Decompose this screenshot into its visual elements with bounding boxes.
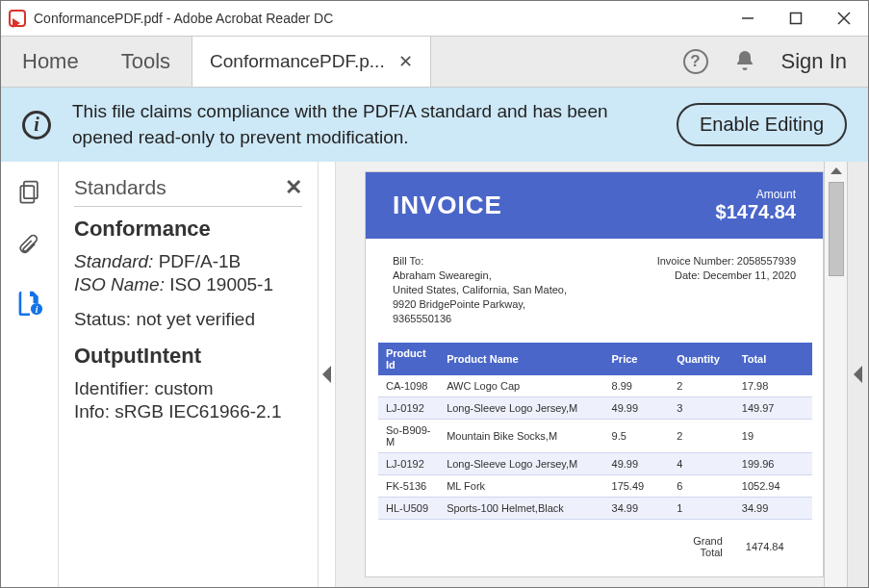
table-cell: 19	[734, 420, 812, 453]
conformance-heading: Conformance	[74, 217, 302, 242]
invoice-date: Date: December 11, 2020	[657, 269, 796, 281]
svg-rect-4	[23, 182, 37, 199]
panel-close-icon[interactable]: ✕	[285, 175, 302, 200]
minimize-button[interactable]	[724, 1, 772, 36]
amount-label: Amount	[716, 188, 796, 201]
panel-collapse-handle[interactable]	[319, 162, 336, 587]
close-button[interactable]	[820, 1, 868, 36]
col-product-id: Product Id	[378, 343, 439, 375]
nav-home[interactable]: Home	[1, 37, 100, 87]
scroll-up-icon[interactable]	[831, 167, 842, 174]
amount-value: $1474.84	[716, 201, 796, 223]
chevron-left-icon	[854, 366, 862, 383]
standards-icon[interactable]: i	[16, 289, 43, 319]
bill-addr2: 9920 BridgePointe Parkway,	[393, 298, 567, 310]
scroll-thumb[interactable]	[829, 182, 844, 276]
vertical-scrollbar[interactable]	[824, 162, 847, 587]
table-cell: Long-Sleeve Logo Jersey,M	[439, 453, 603, 475]
outputintent-heading: OutputIntent	[74, 344, 302, 369]
nav-tools[interactable]: Tools	[100, 37, 192, 87]
standard-row: Standard: PDF/A-1B	[74, 251, 302, 272]
svg-rect-5	[20, 186, 34, 203]
invoice-meta: Bill To: Abraham Swearegin, United State…	[366, 239, 823, 335]
invoice-number: Invoice Number: 2058557939	[657, 255, 796, 267]
table-cell: Mountain Bike Socks,M	[439, 420, 603, 453]
table-cell: Sports-100 Helmet,Black	[439, 498, 603, 520]
col-price: Price	[604, 343, 670, 375]
table-cell: 9.5	[604, 420, 670, 453]
table-cell: FK-5136	[378, 475, 439, 498]
table-cell: 1	[669, 498, 734, 520]
col-product-name: Product Name	[439, 343, 603, 375]
titlebar: ConformancePDF.pdf - Adobe Acrobat Reade…	[1, 1, 868, 36]
table-cell: 3	[669, 397, 734, 420]
attachments-icon[interactable]	[16, 234, 43, 264]
acrobat-icon	[9, 10, 26, 27]
tab-close-icon[interactable]: ✕	[398, 51, 413, 72]
panel-title: Standards	[74, 176, 166, 199]
table-row: So-B909-MMountain Bike Socks,M9.5219	[378, 420, 812, 453]
table-cell: 8.99	[604, 375, 670, 397]
table-cell: 6	[669, 475, 734, 498]
window-title: ConformancePDF.pdf - Adobe Acrobat Reade…	[34, 11, 333, 26]
table-cell: 49.99	[604, 397, 670, 420]
table-cell: 1052.94	[734, 475, 812, 498]
invoice-header: INVOICE Amount $1474.84	[366, 172, 823, 239]
maximize-button[interactable]	[772, 1, 820, 36]
left-icon-rail: i	[1, 162, 59, 587]
info-icon: i	[22, 111, 51, 140]
tools-pane-handle[interactable]	[847, 162, 868, 587]
table-cell: 2	[669, 420, 734, 453]
bill-phone: 9365550136	[393, 313, 567, 324]
table-cell: 34.99	[734, 498, 812, 520]
grand-total-label: Grand Total	[669, 527, 734, 566]
window-controls	[724, 1, 868, 36]
document-view: INVOICE Amount $1474.84 Bill To: Abraham…	[336, 162, 847, 587]
table-cell: 49.99	[604, 453, 670, 475]
pdf-page[interactable]: INVOICE Amount $1474.84 Bill To: Abraham…	[365, 171, 824, 577]
svg-text:i: i	[35, 304, 38, 315]
divider	[74, 206, 302, 207]
info-row: Info: sRGB IEC61966-2.1	[74, 401, 302, 422]
table-cell: So-B909-M	[378, 420, 439, 453]
bill-to-label: Bill To:	[393, 255, 567, 267]
panel-header: Standards ✕	[74, 175, 302, 200]
table-cell: LJ-0192	[378, 397, 439, 420]
table-cell: CA-1098	[378, 375, 439, 397]
table-cell: AWC Logo Cap	[439, 375, 603, 397]
identifier-row: Identifier: custom	[74, 378, 302, 399]
pdfa-message: This file claims compliance with the PDF…	[72, 99, 611, 150]
table-row: FK-5136ML Fork175.4961052.94	[378, 475, 812, 498]
col-quantity: Quantity	[669, 343, 734, 375]
grand-total-value: 1474.84	[734, 527, 812, 566]
table-row: HL-U509Sports-100 Helmet,Black34.99134.9…	[378, 498, 812, 520]
table-cell: 175.49	[604, 475, 670, 498]
sign-in-link[interactable]: Sign In	[781, 49, 848, 74]
col-total: Total	[734, 343, 812, 375]
enable-editing-button[interactable]: Enable Editing	[677, 103, 847, 146]
standards-panel: Standards ✕ Conformance Standard: PDF/A-…	[59, 162, 319, 587]
bill-addr1: United States, California, San Mateo,	[393, 284, 567, 295]
bill-name: Abraham Swearegin,	[393, 269, 567, 281]
table-cell: 149.97	[734, 397, 812, 420]
table-cell: Long-Sleeve Logo Jersey,M	[439, 397, 603, 420]
pdfa-info-bar: i This file claims compliance with the P…	[1, 88, 868, 162]
table-row: LJ-0192Long-Sleeve Logo Jersey,M49.99314…	[378, 397, 812, 420]
table-cell: ML Fork	[439, 475, 603, 498]
help-icon[interactable]: ?	[683, 49, 708, 74]
table-row: LJ-0192Long-Sleeve Logo Jersey,M49.99419…	[378, 453, 812, 475]
status-text: Status: not yet verified	[74, 309, 302, 330]
table-cell: 17.98	[734, 375, 812, 397]
content-area: i Standards ✕ Conformance Standard: PDF/…	[1, 162, 868, 587]
iso-row: ISO Name: ISO 19005-1	[74, 274, 302, 295]
document-tab-label: ConformancePDF.p...	[210, 51, 385, 72]
invoice-title: INVOICE	[393, 191, 502, 220]
table-cell: 4	[669, 453, 734, 475]
notifications-icon[interactable]	[733, 49, 756, 75]
table-cell: 2	[669, 375, 734, 397]
thumbnails-icon[interactable]	[16, 179, 43, 209]
invoice-table: Product Id Product Name Price Quantity T…	[378, 343, 812, 520]
document-tab[interactable]: ConformancePDF.p... ✕	[192, 37, 431, 87]
app-toolbar: Home Tools ConformancePDF.p... ✕ ? Sign …	[1, 36, 868, 88]
table-row: CA-1098AWC Logo Cap8.99217.98	[378, 375, 812, 397]
